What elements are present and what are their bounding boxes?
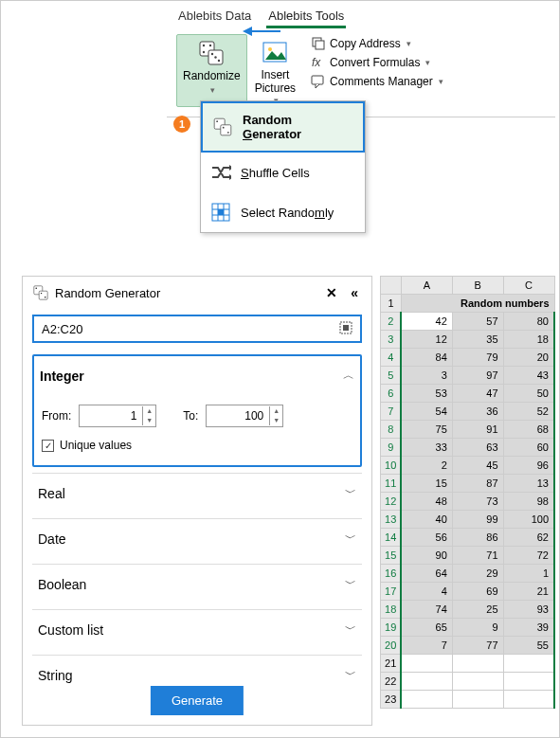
cell[interactable] bbox=[401, 655, 452, 673]
row-head[interactable]: 15 bbox=[381, 547, 402, 565]
cell[interactable]: 84 bbox=[401, 349, 452, 367]
unique-values-checkbox[interactable]: ✓ Unique values bbox=[42, 439, 352, 452]
cell[interactable]: 21 bbox=[503, 583, 554, 601]
section-date-head[interactable]: Date﹀ bbox=[32, 519, 362, 558]
section-real-head[interactable]: Real﹀ bbox=[32, 474, 362, 513]
spin-up-icon[interactable]: ▲ bbox=[270, 406, 282, 416]
cell[interactable]: 15 bbox=[401, 475, 452, 493]
cell[interactable]: 9 bbox=[452, 619, 503, 637]
cell[interactable] bbox=[503, 655, 554, 673]
section-custom-head[interactable]: Custom list﹀ bbox=[32, 610, 362, 649]
cell[interactable] bbox=[401, 673, 452, 691]
cell[interactable]: 3 bbox=[401, 367, 452, 385]
cell[interactable]: 33 bbox=[401, 439, 452, 457]
cell[interactable]: 43 bbox=[503, 367, 554, 385]
copy-address-button[interactable]: Copy Address▾ bbox=[307, 34, 447, 53]
cell[interactable] bbox=[503, 691, 554, 709]
col-head[interactable]: B bbox=[452, 277, 503, 295]
convert-formulas-button[interactable]: fx Convert Formulas▾ bbox=[307, 53, 447, 72]
dd-shuffle-cells[interactable]: Shuffle Cells bbox=[201, 153, 365, 192]
cell[interactable]: 99 bbox=[452, 511, 503, 529]
cell[interactable]: 62 bbox=[503, 529, 554, 547]
cell[interactable]: 64 bbox=[401, 565, 452, 583]
tab-ablebits-data[interactable]: Ablebits Data bbox=[176, 6, 253, 28]
section-integer-head[interactable]: Integer ︿ bbox=[34, 356, 360, 395]
cell[interactable]: 63 bbox=[452, 439, 503, 457]
row-head[interactable]: 21 bbox=[381, 655, 402, 673]
generate-button[interactable]: Generate bbox=[151, 686, 244, 715]
cell[interactable]: 71 bbox=[452, 547, 503, 565]
cell[interactable] bbox=[452, 655, 503, 673]
cell[interactable]: 96 bbox=[503, 457, 554, 475]
cell[interactable]: 50 bbox=[503, 385, 554, 403]
randomize-button[interactable]: Randomize▾ bbox=[176, 34, 247, 107]
select-range-icon[interactable] bbox=[332, 321, 360, 337]
cell[interactable] bbox=[503, 673, 554, 691]
cell[interactable]: 55 bbox=[503, 637, 554, 655]
row-head[interactable]: 12 bbox=[381, 493, 402, 511]
cell[interactable]: 87 bbox=[452, 475, 503, 493]
cell[interactable]: 42 bbox=[401, 313, 452, 331]
cell[interactable]: 73 bbox=[452, 493, 503, 511]
tab-ablebits-tools[interactable]: Ablebits Tools bbox=[266, 6, 346, 28]
range-field[interactable] bbox=[32, 315, 362, 343]
range-input[interactable] bbox=[34, 318, 332, 340]
cell[interactable]: 4 bbox=[401, 583, 452, 601]
row-head[interactable]: 23 bbox=[381, 691, 402, 709]
row-head[interactable]: 5 bbox=[381, 367, 402, 385]
cell[interactable]: 79 bbox=[452, 349, 503, 367]
cell[interactable]: 100 bbox=[503, 511, 554, 529]
dd-random-generator[interactable]: Random Generator bbox=[201, 101, 365, 153]
cell[interactable]: 97 bbox=[452, 367, 503, 385]
row-head[interactable]: 6 bbox=[381, 385, 402, 403]
cell[interactable]: 7 bbox=[401, 637, 452, 655]
cell[interactable]: 77 bbox=[452, 637, 503, 655]
cell[interactable]: 47 bbox=[452, 385, 503, 403]
cell[interactable]: 53 bbox=[401, 385, 452, 403]
spin-down-icon[interactable]: ▼ bbox=[270, 416, 282, 425]
cell[interactable]: 93 bbox=[503, 601, 554, 619]
row-head[interactable]: 13 bbox=[381, 511, 402, 529]
row-head[interactable]: 1 bbox=[381, 295, 402, 313]
row-head[interactable]: 11 bbox=[381, 475, 402, 493]
cell[interactable]: 1 bbox=[503, 565, 554, 583]
insert-pictures-button[interactable]: Insert Pictures ▾ bbox=[249, 34, 301, 107]
cell[interactable]: 56 bbox=[401, 529, 452, 547]
row-head[interactable]: 16 bbox=[381, 565, 402, 583]
section-boolean-head[interactable]: Boolean﹀ bbox=[32, 565, 362, 603]
cell[interactable] bbox=[401, 691, 452, 709]
cell[interactable]: 57 bbox=[452, 313, 503, 331]
cell[interactable]: 29 bbox=[452, 565, 503, 583]
cell[interactable]: 90 bbox=[401, 547, 452, 565]
cell[interactable]: 48 bbox=[401, 493, 452, 511]
header-cell[interactable]: Random numbers bbox=[401, 295, 554, 313]
from-input[interactable]: ▲▼ bbox=[79, 405, 156, 427]
cell[interactable]: 60 bbox=[503, 439, 554, 457]
col-head[interactable]: C bbox=[503, 277, 554, 295]
collapse-icon[interactable]: « bbox=[347, 285, 362, 300]
col-head[interactable]: A bbox=[401, 277, 452, 295]
cell[interactable]: 72 bbox=[503, 547, 554, 565]
cell[interactable]: 91 bbox=[452, 421, 503, 439]
row-head[interactable]: 17 bbox=[381, 583, 402, 601]
cell[interactable] bbox=[452, 691, 503, 709]
cell[interactable]: 86 bbox=[452, 529, 503, 547]
cell[interactable]: 35 bbox=[452, 331, 503, 349]
cell[interactable]: 25 bbox=[452, 601, 503, 619]
cell[interactable]: 75 bbox=[401, 421, 452, 439]
row-head[interactable]: 14 bbox=[381, 529, 402, 547]
row-head[interactable]: 22 bbox=[381, 673, 402, 691]
row-head[interactable]: 4 bbox=[381, 349, 402, 367]
cell[interactable]: 36 bbox=[452, 403, 503, 421]
row-head[interactable]: 10 bbox=[381, 457, 402, 475]
row-head[interactable]: 9 bbox=[381, 439, 402, 457]
cell[interactable]: 98 bbox=[503, 493, 554, 511]
cell[interactable]: 20 bbox=[503, 349, 554, 367]
cell[interactable]: 13 bbox=[503, 475, 554, 493]
row-head[interactable]: 20 bbox=[381, 637, 402, 655]
cell[interactable]: 2 bbox=[401, 457, 452, 475]
row-head[interactable]: 3 bbox=[381, 331, 402, 349]
row-head[interactable]: 19 bbox=[381, 619, 402, 637]
cell[interactable]: 80 bbox=[503, 313, 554, 331]
comments-manager-button[interactable]: Comments Manager▾ bbox=[307, 72, 447, 91]
